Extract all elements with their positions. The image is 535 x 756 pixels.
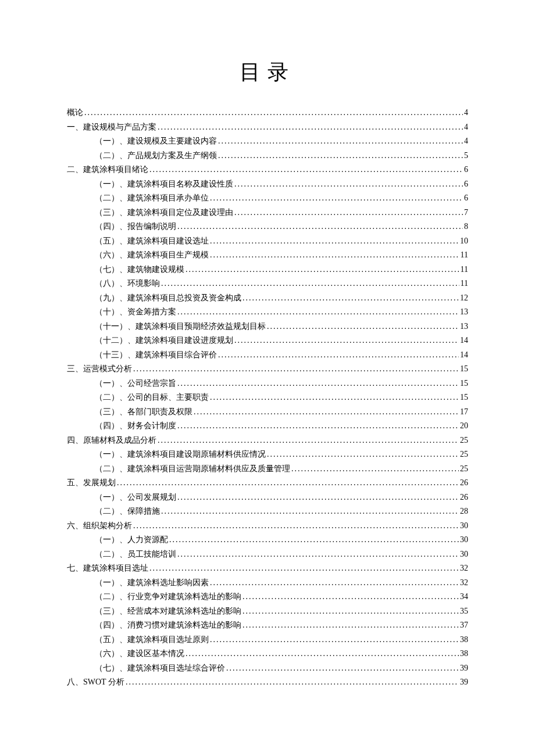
toc-dots [149, 564, 459, 572]
toc-dots [291, 465, 459, 473]
toc-entry-page: 26 [460, 493, 468, 501]
toc-dots [161, 280, 459, 288]
toc-entry: （二）、公司的目标、主要职责15 [67, 393, 468, 402]
toc-dots [177, 493, 459, 501]
toc-dots [242, 621, 459, 629]
toc-entry: （十）、资金筹措方案13 [67, 308, 468, 316]
toc-entry-page: 17 [460, 408, 468, 416]
toc-entry-page: 25 [460, 450, 468, 458]
toc-entry: （三）、建筑涂料项目定位及建设理由7 [67, 209, 468, 217]
toc-entry-label: （三）、建筑涂料项目定位及建设理由 [95, 209, 233, 217]
toc-entry: （十二）、建筑涂料项目建设进度规划14 [67, 336, 468, 345]
toc-entry-page: 7 [464, 209, 468, 217]
toc-entry-label: （二）、行业竞争对建筑涂料选址的影响 [95, 593, 241, 601]
toc-entry-label: 二、建筑涂料项目绪论 [67, 166, 148, 174]
toc-dots [210, 251, 459, 259]
toc-entry-label: （九）、建筑涂料项目总投资及资金构成 [95, 294, 241, 302]
toc-entry: （六）、建设区基本情况38 [67, 650, 468, 658]
toc-dots [210, 393, 459, 402]
toc-dots [234, 336, 459, 345]
toc-entry-label: （八）、环境影响 [95, 280, 160, 288]
toc-entry-page: 30 [460, 522, 468, 530]
toc-dots [126, 678, 459, 686]
toc-entry-label: （十一）、建筑涂料项目预期经济效益规划目标 [95, 323, 266, 331]
toc-dots [194, 408, 459, 416]
toc-entry-label: 一、建设规模与产品方案 [67, 123, 156, 131]
toc-entry-label: （六）、建设区基本情况 [95, 650, 184, 658]
page-title: 目录 [67, 58, 468, 87]
toc-entry-page: 39 [460, 664, 468, 672]
toc-entry-label: （六）、建筑涂料项目生产规模 [95, 251, 209, 259]
toc-entry-page: 37 [460, 621, 468, 629]
toc-entry-label: （三）、经营成本对建筑涂料选址的影响 [95, 607, 241, 615]
toc-entry-label: （二）、建筑涂料项目运营期原辅材料供应及质量管理 [95, 465, 290, 473]
toc-entry: （七）、建筑涂料项目选址综合评价39 [67, 664, 468, 672]
toc-entry-label: 八、SWOT 分析 [67, 678, 124, 686]
toc-entry: （四）、消费习惯对建筑涂料选址的影响37 [67, 621, 468, 629]
toc-entry-label: （一）、建筑涂料选址影响因素 [95, 579, 209, 587]
toc-entry-page: 11 [461, 280, 468, 288]
toc-entry-page: 4 [464, 137, 468, 145]
toc-entry: （一）、建筑涂料项目建设期原辅材料供应情况25 [67, 450, 468, 458]
toc-entry-page: 38 [460, 650, 468, 658]
toc-dots [267, 450, 459, 458]
toc-entry-page: 6 [464, 180, 468, 188]
toc-entry: 八、SWOT 分析39 [67, 678, 468, 686]
toc-entry-page: 11 [461, 266, 468, 274]
toc-entry-label: （七）、建筑涂料项目选址综合评价 [95, 664, 225, 672]
toc-dots [158, 436, 459, 445]
toc-entry-label: （二）、保障措施 [95, 507, 160, 515]
toc-entry-page: 26 [460, 479, 468, 487]
toc-dots [177, 308, 459, 316]
toc-entry-page: 38 [460, 636, 468, 644]
toc-entry: 一、建设规模与产品方案4 [67, 123, 468, 131]
toc-entry-label: （十三）、建筑涂料项目综合评价 [95, 351, 217, 359]
toc-dots [242, 294, 459, 302]
toc-entry-page: 4 [464, 109, 468, 117]
toc-entry-label: 五、发展规划 [67, 479, 116, 487]
toc-entry-page: 15 [460, 379, 468, 388]
toc-entry: （一）、人力资源配30 [67, 536, 468, 544]
toc-entry-label: （四）、财务会计制度 [95, 422, 176, 430]
toc-entry-label: （四）、报告编制说明 [95, 223, 176, 231]
toc-entry: 七、建筑涂料项目选址32 [67, 564, 468, 572]
toc-dots [242, 593, 459, 601]
toc-entry-label: 三、运营模式分析 [67, 365, 132, 373]
toc-entry-page: 14 [460, 351, 468, 359]
toc-dots [267, 323, 459, 331]
toc-dots [158, 123, 463, 131]
toc-entry: （二）、产品规划方案及生产纲领5 [67, 152, 468, 160]
toc-entry: 四、原辅材料及成品分析25 [67, 436, 468, 445]
toc-entry: （三）、经营成本对建筑涂料选址的影响35 [67, 607, 468, 615]
toc-dots [218, 152, 463, 160]
toc-entry: 概论4 [67, 109, 468, 117]
toc-dots [161, 507, 459, 515]
toc-entry-label: （一）、建筑涂料项目名称及建设性质 [95, 180, 233, 188]
toc-entry: （一）、公司发展规划26 [67, 493, 468, 501]
toc-dots [210, 636, 459, 644]
toc-entry-label: （一）、建设规模及主要建设内容 [95, 137, 217, 145]
table-of-contents: 概论4一、建设规模与产品方案4（一）、建设规模及主要建设内容4（二）、产品规划方… [67, 109, 468, 686]
toc-entry-label: （三）、各部门职责及权限 [95, 408, 192, 416]
toc-entry: （九）、建筑涂料项目总投资及资金构成12 [67, 294, 468, 302]
toc-entry-label: （七）、建筑物建设规模 [95, 266, 184, 274]
toc-dots [177, 550, 459, 558]
toc-entry-page: 10 [460, 237, 468, 245]
toc-entry-label: （一）、公司发展规划 [95, 493, 176, 501]
toc-entry-label: （二）、建筑涂料项目承办单位 [95, 194, 209, 202]
toc-dots [177, 379, 459, 388]
toc-entry: （二）、建筑涂料项目承办单位6 [67, 194, 468, 202]
toc-entry: （十一）、建筑涂料项目预期经济效益规划目标13 [67, 323, 468, 331]
toc-entry: （四）、报告编制说明8 [67, 223, 468, 231]
toc-entry-page: 25 [460, 436, 468, 445]
toc-dots [226, 664, 459, 672]
toc-entry-page: 5 [464, 152, 468, 160]
toc-entry-label: 七、建筑涂料项目选址 [67, 564, 148, 572]
toc-entry-label: （十）、资金筹措方案 [95, 308, 176, 316]
toc-entry-label: （一）、公司经营宗旨 [95, 379, 176, 388]
toc-dots [177, 422, 459, 430]
toc-entry-page: 32 [460, 579, 468, 587]
toc-entry-page: 30 [460, 536, 468, 544]
toc-entry-page: 11 [461, 251, 468, 259]
toc-entry: （二）、保障措施28 [67, 507, 468, 515]
